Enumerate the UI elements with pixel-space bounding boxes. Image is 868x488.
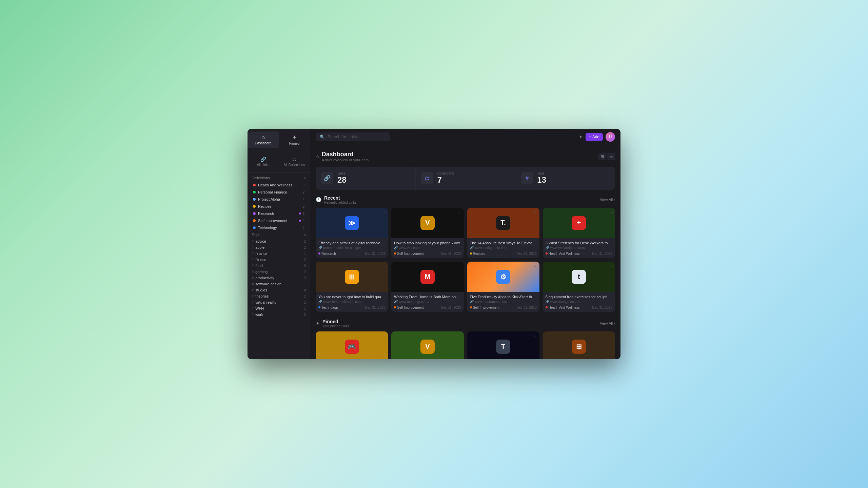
avatar[interactable]: U — [606, 132, 615, 142]
card-more-icon[interactable]: ··· — [610, 333, 613, 338]
tag-hash-icon: # — [252, 264, 254, 268]
sidebar-item-project-alpha[interactable]: Project Alpha 4 — [249, 196, 309, 203]
nav-all-collections[interactable]: 🗂 All Collections — [279, 154, 310, 169]
tag-item-theories[interactable]: # theories 2 — [248, 293, 310, 299]
card-more-icon[interactable]: ··· — [458, 333, 461, 338]
sidebar-item-recipes[interactable]: Recipes 3 — [249, 203, 309, 210]
tag-item-WFH[interactable]: # WFH 1 — [248, 305, 310, 311]
sidebar-item-technology[interactable]: Technology 4 — [249, 224, 309, 231]
card-more-icon[interactable]: ··· — [610, 210, 613, 215]
tag-item-virtual-reality[interactable]: # virtual reality 2 — [248, 299, 310, 305]
card-thumbnail: 🎮 ··· — [316, 331, 388, 359]
link-small-icon: 🔗 — [470, 246, 474, 249]
tag-color-dot — [394, 306, 396, 308]
card-thumbnail: ⚙ ··· — [467, 262, 539, 292]
tag-color-dot — [546, 252, 548, 255]
tag-item-food[interactable]: # food 3 — [248, 263, 310, 269]
card-more-icon[interactable]: ··· — [534, 333, 537, 338]
card-thumbnail: V ··· — [391, 208, 463, 238]
collections-info: Collections 7 — [437, 171, 454, 185]
card-title: 3 Wrist Stretches for Desk Workers to D.… — [546, 241, 612, 245]
tag-item-studies[interactable]: # studies 4 — [248, 287, 310, 293]
card-app-icon: ⚙ — [496, 270, 510, 284]
recent-section-header: 🕐 Recent Recently added Links View All › — [316, 195, 615, 204]
card-item[interactable]: t ··· 6 equipment free exercises for scu… — [543, 262, 615, 312]
card-more-icon[interactable]: ··· — [534, 264, 537, 268]
collections-section-header[interactable]: Collections ▾ — [248, 172, 310, 181]
card-more-icon[interactable]: ··· — [458, 264, 461, 268]
list-view-btn[interactable]: ☰ — [607, 153, 615, 160]
card-title: Efficacy and pitfalls of digital technol… — [318, 241, 385, 245]
card-more-icon[interactable]: ··· — [534, 210, 537, 215]
search-placeholder: Search for Links — [328, 135, 357, 139]
card-more-icon[interactable]: ··· — [382, 264, 386, 268]
pinned-view-all-label: View All — [600, 321, 613, 325]
recent-view-all[interactable]: View All › — [600, 198, 615, 202]
header-actions: ✦ + Add U — [579, 132, 615, 142]
tag-item-advice[interactable]: # advice 2 — [248, 238, 310, 244]
collections-list: Health And Wellness 5 Personal Finance 2… — [248, 181, 310, 231]
card-item[interactable]: T ··· — [467, 331, 539, 359]
view-toggle: ⊞ ☰ — [598, 153, 615, 160]
card-app-icon: ≫ — [345, 216, 359, 230]
card-more-icon[interactable]: ··· — [610, 264, 613, 268]
card-thumbnail: t ··· — [543, 262, 615, 292]
tags-section-header[interactable]: Tags ▾ — [248, 231, 310, 238]
pinned-cards-grid: 🎮 ··· V ··· T ··· — [316, 331, 615, 359]
nav-all-links[interactable]: 🔗 All Links — [248, 154, 279, 169]
sidebar-item-self-improvement[interactable]: Self Improvement 4 — [249, 217, 309, 224]
sidebar-item-health-and-wellness[interactable]: Health And Wellness 5 — [249, 182, 309, 188]
add-button[interactable]: + Add — [586, 133, 603, 141]
card-thumbnail: V ··· — [391, 331, 463, 359]
tag-item-fitness[interactable]: # fitness 2 — [248, 257, 310, 263]
grid-view-btn[interactable]: ⊞ — [598, 153, 606, 160]
card-meta: Self Improvement Dec 31, 2023 — [470, 306, 537, 309]
collection-count: 6 — [302, 212, 304, 216]
card-item[interactable]: ⊞ ··· You are never taught how to build … — [316, 262, 388, 312]
recent-subtitle: Recently added Links — [324, 201, 357, 204]
card-item[interactable]: M ··· Working From Home Is Both More and… — [391, 262, 463, 312]
card-more-icon[interactable]: ··· — [382, 333, 386, 338]
card-app-icon: V — [420, 216, 435, 230]
link-small-icon: 🔗 — [394, 300, 398, 303]
card-item[interactable]: + ··· 3 Wrist Stretches for Desk Workers… — [543, 208, 615, 258]
card-item[interactable]: 🎮 ··· — [316, 331, 388, 359]
card-item[interactable]: V ··· How to stop looking at your phone … — [391, 208, 463, 258]
card-thumbnail: ≫ ··· — [316, 208, 388, 238]
tag-count: 4 — [304, 288, 306, 292]
sidebar-item-personal-finance[interactable]: Personal Finance 2 — [249, 189, 309, 196]
stat-links: 🔗 Links 28 — [316, 167, 416, 190]
nav-dashboard[interactable]: ⌂ Dashboard — [248, 131, 279, 148]
links-info: Links 28 — [337, 171, 347, 185]
star-icon[interactable]: ✦ — [579, 134, 583, 140]
pinned-view-all[interactable]: View All › — [600, 321, 615, 325]
collections-icon: 🗂 — [421, 172, 433, 184]
nav-pinned[interactable]: ✦ Pinned — [279, 131, 310, 148]
card-more-icon[interactable]: ··· — [458, 210, 461, 215]
tag-item-apple[interactable]: # apple 2 — [248, 244, 310, 250]
card-body: You are never taught how to build qualit… — [316, 292, 388, 312]
card-body: Five Productivity Apps to Kick-Start the… — [467, 292, 539, 312]
card-item[interactable]: V ··· — [391, 331, 463, 359]
sidebar-item-research[interactable]: Research 6 — [249, 210, 309, 217]
tag-item-software-design[interactable]: # software design 1 — [248, 281, 310, 287]
tag-item-finance[interactable]: # finance 1 — [248, 250, 310, 257]
card-url: 🔗 www.morningstar.ca — [394, 300, 461, 304]
search-box[interactable]: 🔍 Search for Links — [316, 133, 390, 141]
tag-item-productivity[interactable]: # productivity 3 — [248, 275, 310, 281]
tag-color-dot — [470, 306, 472, 308]
tag-hash-icon: # — [252, 306, 254, 310]
tag-count: 2 — [304, 313, 306, 317]
card-item[interactable]: ≫ ··· Efficacy and pitfalls of digital t… — [316, 208, 388, 258]
tag-count: 2 — [304, 270, 306, 274]
tag-item-work[interactable]: # work 2 — [248, 311, 310, 318]
card-more-icon[interactable]: ··· — [382, 210, 386, 215]
card-item[interactable]: T. ··· The 14 Absolute Best Ways To Elev… — [467, 208, 539, 258]
tag-item-gaming[interactable]: # gaming 2 — [248, 269, 310, 275]
tag-hash-icon: # — [252, 300, 254, 304]
card-item[interactable]: ⊞ ··· — [543, 331, 615, 359]
collection-name: Research — [258, 211, 299, 216]
card-title: The 14 Absolute Best Ways To Elevate Fr.… — [470, 241, 537, 245]
card-app-icon: t — [572, 270, 586, 284]
card-item[interactable]: ⚙ ··· Five Productivity Apps to Kick-Sta… — [467, 262, 539, 312]
